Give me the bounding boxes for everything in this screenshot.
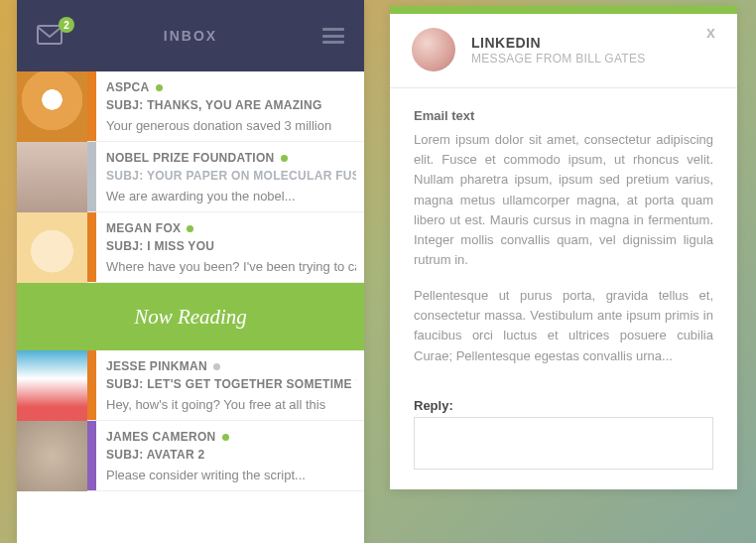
avatar xyxy=(17,142,87,212)
message-subject: SUBJ: I MISS YOU xyxy=(106,239,356,253)
email-text-label: Email text xyxy=(414,106,713,126)
avatar xyxy=(412,28,455,71)
close-icon[interactable]: x xyxy=(706,24,715,42)
reply-input[interactable] xyxy=(414,417,713,470)
message-subject: SUBJ: AVATAR 2 xyxy=(106,448,356,462)
message-item[interactable]: MEGAN FOX SUBJ: I MISS YOUWhere have you… xyxy=(17,212,364,283)
message-sender: NOBEL PRIZE FOUNDATION xyxy=(106,151,356,165)
reader-header: LINKEDIN MESSAGE FROM BILL GATES x xyxy=(390,14,737,88)
reader-panel: LINKEDIN MESSAGE FROM BILL GATES x Email… xyxy=(390,6,737,489)
message-preview: Hey, how's it going? You free at all thi… xyxy=(106,397,356,412)
message-list: ASPCA SUBJ: THANKS, YOU ARE AMAZINGYour … xyxy=(17,71,364,543)
message-subject: SUBJ: THANKS, YOU ARE AMAZING xyxy=(106,98,356,112)
message-preview: We are awarding you the nobel... xyxy=(106,189,356,204)
message-subject: SUBJ: YOUR PAPER ON MOLECULAR FUSION xyxy=(106,169,356,183)
status-dot-icon xyxy=(187,225,193,232)
message-item[interactable]: ASPCA SUBJ: THANKS, YOU ARE AMAZINGYour … xyxy=(17,71,364,142)
message-preview: Where have you been? I've been trying to… xyxy=(106,259,356,274)
message-item[interactable]: JAMES CAMERON SUBJ: AVATAR 2Please consi… xyxy=(17,421,364,491)
message-sender: JAMES CAMERON xyxy=(106,430,356,444)
reader-body: Email text Lorem ipsum dolor sit amet, c… xyxy=(390,88,737,376)
email-paragraph: Pellentesque ut purus porta, gravida tel… xyxy=(414,286,713,366)
message-accent xyxy=(87,71,96,141)
message-preview: Please consider writing the script... xyxy=(106,468,356,482)
menu-icon[interactable] xyxy=(322,28,344,44)
avatar xyxy=(17,350,87,421)
reader-title: LINKEDIN xyxy=(471,35,646,51)
status-dot-icon xyxy=(222,434,229,441)
avatar xyxy=(17,421,87,491)
mail-icon[interactable]: 2 xyxy=(37,25,64,47)
message-item[interactable]: NOBEL PRIZE FOUNDATION SUBJ: YOUR PAPER … xyxy=(17,142,364,212)
unread-badge: 2 xyxy=(59,17,74,33)
now-reading-banner: Now Reading xyxy=(17,283,364,350)
message-sender: JESSE PINKMAN xyxy=(106,359,356,373)
message-item[interactable]: JESSE PINKMAN SUBJ: LET'S GET TOGETHER S… xyxy=(17,350,364,421)
message-accent xyxy=(87,142,96,211)
status-dot-icon xyxy=(213,363,220,370)
avatar xyxy=(17,71,87,142)
message-preview: Your generous donation saved 3 million xyxy=(106,118,356,133)
message-accent xyxy=(87,421,96,490)
message-sender: MEGAN FOX xyxy=(106,221,356,235)
reply-label: Reply: xyxy=(414,398,713,413)
message-subject: SUBJ: LET'S GET TOGETHER SOMETIME YO! xyxy=(106,377,356,391)
svg-rect-0 xyxy=(38,26,62,44)
message-accent xyxy=(87,350,96,420)
reader-subtitle: MESSAGE FROM BILL GATES xyxy=(471,52,646,66)
inbox-header: 2 INBOX xyxy=(17,0,364,71)
inbox-panel: 2 INBOX ASPCA SUBJ: THANKS, YOU ARE AMAZ… xyxy=(17,0,364,543)
avatar xyxy=(17,212,87,283)
message-accent xyxy=(87,212,96,282)
email-paragraph: Lorem ipsum dolor sit amet, consectetur … xyxy=(414,130,713,270)
status-dot-icon xyxy=(156,84,163,91)
status-dot-icon xyxy=(281,155,288,162)
page-title: INBOX xyxy=(164,28,217,44)
message-sender: ASPCA xyxy=(106,80,356,94)
